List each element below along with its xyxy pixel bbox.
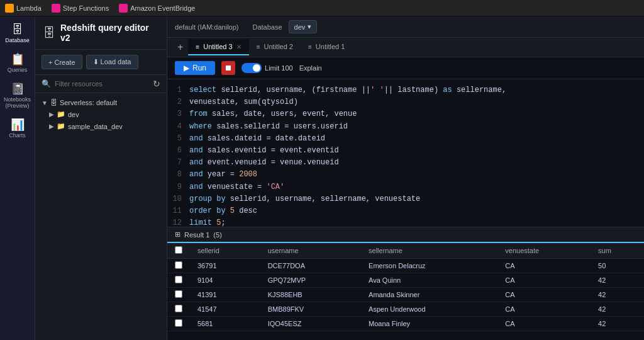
cell-sellerid: 5681 xyxy=(190,317,260,331)
tree-dev-icon: 📁 xyxy=(57,110,65,118)
notebooks-icon: 📓 xyxy=(11,83,25,94)
sidebar-notebooks-label: Notebooks (Preview) xyxy=(4,96,31,109)
select-all-checkbox[interactable] xyxy=(175,246,182,254)
tab-untitled3[interactable]: ≡ Untitled 3 ✕ xyxy=(188,39,248,55)
filter-input[interactable] xyxy=(55,80,149,88)
code-line: 2 venuestate, sum(qtysold) xyxy=(167,96,644,108)
sidebar-database-label: Database xyxy=(5,37,30,43)
topbar-sf-label: Step Functions xyxy=(63,4,109,12)
explain-button[interactable]: Explain xyxy=(299,64,322,72)
database-icon: 🗄 xyxy=(12,24,23,35)
toggle-knob xyxy=(253,64,260,72)
limit-toggle-wrap: Limit 100 xyxy=(242,63,293,73)
sidebar-item-queries[interactable]: 📋 Queries xyxy=(0,48,35,78)
create-button[interactable]: + Create xyxy=(42,55,82,69)
code-line: 7 and event.venueid = venue.venueid xyxy=(167,157,644,169)
tab-close-3[interactable]: ✕ xyxy=(236,43,242,50)
tree-item-dev[interactable]: ▶ 📁 dev xyxy=(35,108,167,120)
table-row: 41391 KJS88EHB Amanda Skinner CA 42 xyxy=(167,288,644,302)
table-row: 36791 DCE77DOA Emerson Delacruz CA 50 xyxy=(167,259,644,273)
play-icon: ▶ xyxy=(184,64,189,72)
sidebar-item-notebooks[interactable]: 📓 Notebooks (Preview) xyxy=(0,78,35,114)
col-header-venuestate: venuestate xyxy=(497,243,591,259)
cell-sum: 42 xyxy=(591,288,644,302)
tab-icon-3: ≡ xyxy=(196,43,199,50)
cell-sellerid: 36791 xyxy=(190,259,260,273)
db-label: Database xyxy=(253,23,282,31)
tab-add-button[interactable]: + xyxy=(172,38,188,57)
cell-username: GPQ72MVP xyxy=(260,273,361,288)
code-line: 5 and sales.dateid = date.dateid xyxy=(167,133,644,145)
topbar-step-functions[interactable]: Step Functions xyxy=(52,4,109,13)
limit-toggle[interactable] xyxy=(242,63,262,73)
tree-serverless-label: Serverless: default xyxy=(60,99,117,106)
tree-item-serverless[interactable]: ▼ 🗄 Serverless: default xyxy=(35,97,167,108)
cell-sellerid: 9104 xyxy=(190,273,260,288)
col-header-sellerid: sellerid xyxy=(190,243,260,259)
code-line: 9 and venuestate = 'CA' xyxy=(167,181,644,193)
table-row: 9104 GPQ72MVP Ava Quinn CA 42 xyxy=(167,273,644,288)
tab-untitled1[interactable]: ≡ Untitled 1 xyxy=(301,39,352,55)
nav-panel: 🗄 Redshift query editor v2 + Create ⬇ Lo… xyxy=(35,16,167,340)
cell-sum: 42 xyxy=(591,302,644,317)
toolbar: ▶ Run Limit 100 Explain xyxy=(167,57,644,79)
nav-db-icon: 🗄 xyxy=(43,26,55,40)
result-count: (5) xyxy=(213,231,221,239)
col-header-sum: sum xyxy=(591,243,644,259)
tree-item-sample-data[interactable]: ▶ 📁 sample_data_dev xyxy=(35,120,167,132)
result-label: Result 1 xyxy=(184,231,209,239)
code-line: 3 from sales, date, users, event, venue xyxy=(167,108,644,120)
top-bar: Lambda Step Functions Amazon EventBridge xyxy=(0,0,644,16)
run-button[interactable]: ▶ Run xyxy=(175,61,215,75)
col-header-sellername: sellername xyxy=(361,243,497,259)
eventbridge-icon xyxy=(119,4,128,13)
sidebar-item-database[interactable]: 🗄 Database xyxy=(0,19,35,48)
row-checkbox[interactable] xyxy=(175,261,182,269)
chevron-down-icon: ▼ xyxy=(42,99,48,106)
stop-icon xyxy=(226,65,231,71)
code-editor[interactable]: 1 select sellerid, username, (firstname … xyxy=(167,79,644,227)
step-functions-icon xyxy=(52,4,60,13)
sidebar: 🗄 Database 📋 Queries 📓 Notebooks (Previe… xyxy=(0,16,35,340)
topbar-lambda[interactable]: Lambda xyxy=(5,4,42,13)
refresh-icon[interactable]: ↻ xyxy=(153,79,160,89)
tree-area: ▼ 🗄 Serverless: default ▶ 📁 dev ▶ 📁 samp… xyxy=(35,93,167,340)
results-title: ⊞ Result 1 (5) xyxy=(175,230,222,239)
row-checkbox[interactable] xyxy=(175,276,182,283)
row-checkbox-cell xyxy=(167,302,190,317)
tab-untitled2[interactable]: ≡ Untitled 2 xyxy=(249,39,301,55)
sidebar-queries-label: Queries xyxy=(8,67,28,73)
chevron-down-icon: ▾ xyxy=(308,23,311,31)
topbar-eb-label: Amazon EventBridge xyxy=(130,4,195,12)
search-icon: 🔍 xyxy=(42,79,51,88)
table-icon: ⊞ xyxy=(175,230,180,239)
database-select[interactable]: dev ▾ xyxy=(289,20,318,33)
cell-username: DCE77DOA xyxy=(260,259,361,273)
table-row: 41547 BMB89FKV Aspen Underwood CA 42 xyxy=(167,302,644,317)
col-header-checkbox xyxy=(167,243,190,259)
topbar-eventbridge[interactable]: Amazon EventBridge xyxy=(119,4,195,13)
row-checkbox-cell xyxy=(167,273,190,288)
chevron-right-icon: ▶ xyxy=(49,111,54,118)
results-table: sellerid username sellername venuestate … xyxy=(167,243,644,331)
charts-icon: 📊 xyxy=(11,119,25,130)
row-checkbox[interactable] xyxy=(175,319,182,327)
stop-button[interactable] xyxy=(221,61,235,75)
row-checkbox[interactable] xyxy=(175,305,182,312)
cell-username: BMB89FKV xyxy=(260,302,361,317)
results-table-wrap[interactable]: sellerid username sellername venuestate … xyxy=(167,243,644,340)
cell-venuestate: CA xyxy=(497,302,591,317)
cell-venuestate: CA xyxy=(497,288,591,302)
tree-serverless-icon: 🗄 xyxy=(50,99,57,106)
limit-label: Limit 100 xyxy=(265,64,293,72)
connection-bar: default (IAM:danilop) Database dev ▾ xyxy=(167,16,644,38)
main-layout: 🗄 Database 📋 Queries 📓 Notebooks (Previe… xyxy=(0,16,644,340)
sidebar-item-charts[interactable]: 📊 Charts xyxy=(0,114,35,144)
db-value: dev xyxy=(294,23,306,31)
code-line: 8 and year = 2008 xyxy=(167,169,644,181)
tab-label-3: Untitled 3 xyxy=(203,43,232,50)
row-checkbox[interactable] xyxy=(175,290,182,298)
code-line: 11 order by 5 desc xyxy=(167,205,644,217)
load-data-button[interactable]: ⬇ Load data xyxy=(86,55,138,69)
code-line: 12 limit 5; xyxy=(167,217,644,227)
